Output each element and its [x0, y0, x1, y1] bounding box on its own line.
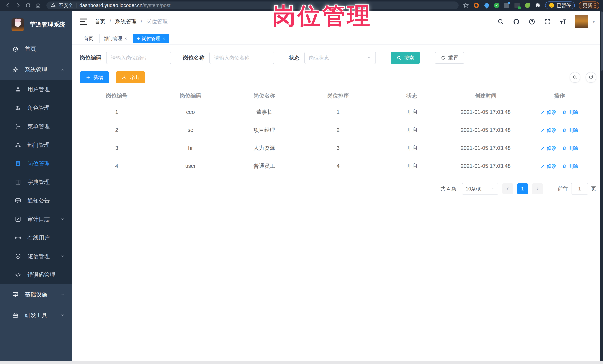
sidebar-item-system-management[interactable]: 系统管理 — [0, 59, 72, 80]
delete-link[interactable]: 删除 — [562, 145, 578, 152]
extension-green-check-icon[interactable]: ✓ — [494, 3, 499, 8]
app-logo-row[interactable]: 芋道管理系统 — [0, 11, 72, 39]
not-secure-warning-icon[interactable] — [51, 3, 56, 8]
delete-link[interactable]: 删除 — [562, 163, 578, 169]
caret-down-icon[interactable]: ▾ — [593, 19, 595, 24]
edit-link[interactable]: 修改 — [541, 145, 557, 152]
code-icon — [14, 271, 22, 278]
edit-link[interactable]: 修改 — [541, 109, 557, 116]
back-icon[interactable] — [4, 1, 12, 10]
post-name-input[interactable] — [209, 52, 274, 64]
page-suffix-label: 页 — [591, 185, 596, 192]
app-title: 芋道管理系统 — [30, 21, 65, 29]
app-logo-image — [12, 18, 24, 31]
sidebar-item-dept-management[interactable]: 部门管理 — [0, 136, 72, 154]
home-icon[interactable] — [34, 1, 42, 10]
post-code-label: 岗位编码 — [80, 54, 101, 62]
close-icon[interactable]: × — [124, 36, 127, 41]
status-select[interactable]: 岗位状态 — [304, 52, 376, 64]
security-label: 不安全 — [59, 2, 73, 9]
search-icon[interactable] — [497, 18, 505, 26]
sidebar-item-sms-management[interactable]: 短信管理 — [0, 247, 72, 265]
screen: 不安全 dashboard.yudao.iocoder.cn/system/po… — [0, 0, 603, 364]
prev-page-button[interactable] — [502, 183, 513, 194]
org-chart-icon — [14, 142, 22, 149]
reload-icon[interactable] — [24, 1, 32, 10]
page-number-1[interactable]: 1 — [517, 183, 528, 194]
sidebar-item-home[interactable]: 首页 — [0, 39, 72, 59]
tab-post-management[interactable]: 岗位管理× — [133, 34, 169, 43]
breadcrumb-home[interactable]: 首页 — [95, 18, 105, 25]
table-row: 3 hr 人力资源 3 开启 2021-01-05 17:03:48 修改 删除 — [80, 139, 596, 157]
extension-orange-ring-icon[interactable] — [473, 2, 479, 9]
browser-menu-icon[interactable] — [594, 3, 596, 8]
profile-paused-badge[interactable]: 已暂停 — [545, 1, 575, 9]
help-icon[interactable] — [528, 18, 536, 26]
tab-home[interactable]: 首页 — [80, 34, 97, 43]
sidebar-item-error-code[interactable]: 错误码管理 — [0, 265, 72, 284]
url-divider — [76, 3, 76, 8]
sidebar-item-dict-management[interactable]: 字典管理 — [0, 173, 72, 191]
sidebar-item-user-management[interactable]: 用户管理 — [0, 80, 72, 99]
sidebar-item-menu-management[interactable]: 菜单管理 — [0, 117, 72, 136]
sidebar-item-infrastructure[interactable]: 基础设施 — [0, 284, 72, 305]
add-button[interactable]: 新增 — [80, 71, 109, 83]
dashboard-icon — [12, 45, 19, 53]
extension-gray-grid-icon[interactable] — [504, 2, 510, 9]
page-content: 岗位编码 岗位名称 状态 岗位状态 搜索 重置 — [72, 45, 603, 364]
window-bottom-edge — [0, 361, 603, 364]
page-scrollbar[interactable] — [600, 11, 603, 364]
edit-log-icon — [14, 216, 22, 223]
delete-link[interactable]: 删除 — [562, 109, 578, 116]
table-row: 1 ceo 董事长 1 开启 2021-01-05 17:03:48 修改 删除 — [80, 103, 596, 121]
tab-dept-management[interactable]: 部门管理× — [99, 34, 131, 43]
tags-view-bar: 首页 部门管理× 岗位管理× — [72, 33, 603, 45]
goto-page-input[interactable] — [571, 183, 588, 195]
posts-table: 岗位编号 岗位编码 岗位名称 岗位排序 状态 创建时间 操作 1 ceo 董事长… — [80, 89, 596, 175]
extension-green-leaf-icon[interactable] — [524, 2, 531, 9]
extensions-puzzle-icon[interactable] — [535, 2, 541, 9]
extension-blue-pin-icon[interactable] — [484, 2, 490, 9]
fullscreen-icon[interactable] — [544, 18, 551, 26]
search-form: 岗位编码 岗位名称 状态 岗位状态 搜索 重置 — [80, 52, 596, 64]
github-icon[interactable] — [512, 18, 520, 26]
url-host: dashboard.yudao.iocoder.cn — [80, 3, 142, 8]
close-icon[interactable]: × — [162, 36, 165, 41]
sidebar-collapse-icon[interactable] — [80, 19, 87, 25]
edit-link[interactable]: 修改 — [541, 163, 557, 169]
address-bar[interactable]: 不安全 dashboard.yudao.iocoder.cn/system/po… — [46, 1, 459, 9]
sidebar-item-notice[interactable]: 通知公告 — [0, 191, 72, 210]
bookmark-star-icon[interactable] — [463, 2, 469, 9]
main-area: 首页 / 系统管理 / 岗位管理 ▾ — [72, 11, 603, 364]
forward-icon[interactable] — [14, 1, 22, 10]
browser-update-button[interactable]: 更新 — [579, 1, 599, 9]
sidebar-item-online-users[interactable]: 在线用户 — [0, 229, 72, 247]
breadcrumb-section[interactable]: 系统管理 — [115, 18, 137, 25]
sidebar-item-dev-tools[interactable]: 研发工具 — [0, 305, 72, 326]
sidebar-item-audit-log[interactable]: 审计日志 — [0, 210, 72, 229]
toggle-search-button[interactable] — [569, 72, 580, 83]
edit-link[interactable]: 修改 — [541, 127, 557, 133]
app-window: 芋道管理系统 首页 系统管理 用户管理 角色管理 — [0, 11, 603, 364]
delete-link[interactable]: 删除 — [562, 127, 578, 133]
user-icon — [14, 86, 22, 93]
monitor-icon — [12, 291, 19, 298]
search-button[interactable]: 搜索 — [391, 52, 420, 64]
sidebar-item-post-management[interactable]: 岗位管理 — [0, 154, 72, 173]
refresh-button[interactable] — [586, 72, 596, 83]
breadcrumb: 首页 / 系统管理 / 岗位管理 — [95, 18, 168, 25]
chevron-down-icon — [60, 254, 65, 259]
scrollbar-thumb[interactable] — [601, 11, 603, 71]
chevron-down-icon — [60, 217, 65, 221]
sidebar: 芋道管理系统 首页 系统管理 用户管理 角色管理 — [0, 11, 72, 364]
font-size-icon[interactable] — [559, 18, 567, 26]
reset-button[interactable]: 重置 — [435, 52, 464, 64]
sidebar-item-role-management[interactable]: 角色管理 — [0, 99, 72, 117]
user-gear-icon — [14, 104, 22, 111]
next-page-button[interactable] — [532, 183, 543, 194]
avatar[interactable] — [575, 15, 588, 28]
extension-dark-badge-icon[interactable] — [514, 2, 520, 9]
post-code-input[interactable] — [106, 52, 171, 64]
page-size-select[interactable]: 10条/页 — [462, 183, 498, 195]
export-button[interactable]: 导出 — [116, 71, 145, 83]
